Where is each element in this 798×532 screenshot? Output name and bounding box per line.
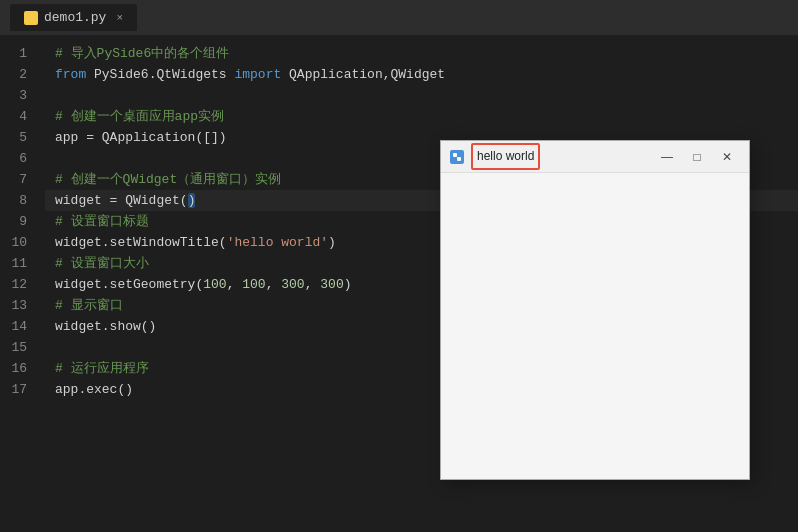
line-num-6: 6 xyxy=(0,148,37,169)
line-num-16: 16 xyxy=(0,358,37,379)
line-num-13: 13 xyxy=(0,295,37,316)
editor-area: 1 2 3 4 5 6 7 8 9 10 11 12 13 14 15 16 1… xyxy=(0,35,798,532)
qwidget-app-icon xyxy=(449,149,465,165)
line-num-12: 12 xyxy=(0,274,37,295)
editor-tab[interactable]: demo1.py × xyxy=(10,4,137,31)
code-line-1: # 导入PySide6中的各个组件 xyxy=(45,43,798,64)
python-file-icon xyxy=(24,11,38,25)
line-num-7: 7 xyxy=(0,169,37,190)
qwidget-body xyxy=(441,173,749,479)
line-num-11: 11 xyxy=(0,253,37,274)
svg-rect-1 xyxy=(457,157,461,161)
line-num-17: 17 xyxy=(0,379,37,400)
line-num-14: 14 xyxy=(0,316,37,337)
line-num-9: 9 xyxy=(0,211,37,232)
python-icon xyxy=(452,152,462,162)
svg-rect-0 xyxy=(453,153,457,157)
tab-close-button[interactable]: × xyxy=(116,12,123,24)
code-line-4: # 创建一个桌面应用app实例 xyxy=(45,106,798,127)
qwidget-minimize-button[interactable]: — xyxy=(653,146,681,168)
line-num-1: 1 xyxy=(0,43,37,64)
qwidget-window-controls: — □ ✕ xyxy=(653,146,741,168)
qwidget-close-button[interactable]: ✕ xyxy=(713,146,741,168)
qwidget-window[interactable]: hello world — □ ✕ xyxy=(440,140,750,480)
code-line-2: from PySide6.QtWidgets import QApplicati… xyxy=(45,64,798,85)
line-numbers: 1 2 3 4 5 6 7 8 9 10 11 12 13 14 15 16 1… xyxy=(0,35,45,532)
tab-filename: demo1.py xyxy=(44,10,106,25)
qwidget-title-left: hello world xyxy=(449,143,540,170)
qwidget-maximize-button[interactable]: □ xyxy=(683,146,711,168)
code-editor[interactable]: # 导入PySide6中的各个组件 from PySide6.QtWidgets… xyxy=(45,35,798,532)
line-num-3: 3 xyxy=(0,85,37,106)
code-line-3 xyxy=(45,85,798,106)
line-num-8: 8 xyxy=(0,190,37,211)
qwidget-titlebar: hello world — □ ✕ xyxy=(441,141,749,173)
line-num-10: 10 xyxy=(0,232,37,253)
qwidget-title-text: hello world xyxy=(471,143,540,170)
line-num-5: 5 xyxy=(0,127,37,148)
line-num-4: 4 xyxy=(0,106,37,127)
title-bar: demo1.py × xyxy=(0,0,798,35)
line-num-15: 15 xyxy=(0,337,37,358)
line-num-2: 2 xyxy=(0,64,37,85)
